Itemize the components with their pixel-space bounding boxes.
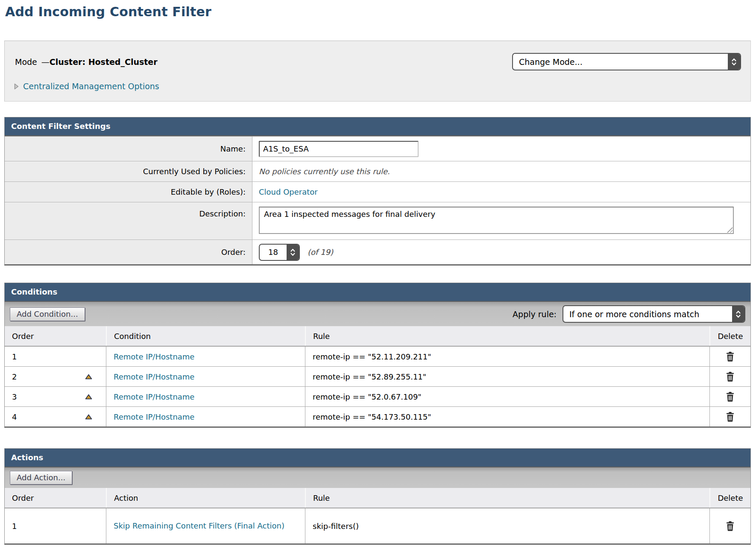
apply-rule-label: Apply rule: — [513, 310, 557, 319]
condition-rule: remote-ip == "52.11.209.211" — [313, 352, 431, 361]
mode-value: Cluster: Hosted_Cluster — [50, 57, 158, 67]
name-input[interactable] — [259, 141, 419, 157]
condition-link[interactable]: Remote IP/Hostname — [114, 352, 194, 361]
editable-by-label: Editable by (Roles): — [5, 182, 252, 202]
condition-order: 1 — [12, 352, 17, 361]
condition-link[interactable]: Remote IP/Hostname — [114, 372, 194, 381]
col-header-delete: Delete — [709, 488, 750, 508]
condition-row: 4 Remote IP/Hostname remote-ip == "54.17… — [5, 406, 750, 426]
settings-row-name: Name: — [5, 136, 750, 161]
condition-order: 2 — [12, 372, 17, 381]
spinner-icon — [728, 54, 740, 70]
col-header-rule: Rule — [305, 326, 709, 346]
action-rule: skip-filters() — [313, 522, 359, 531]
description-label: Description: — [5, 202, 252, 239]
trash-icon[interactable] — [725, 520, 735, 532]
conditions-toolbar: Add Condition... Apply rule: If one or m… — [5, 302, 750, 326]
col-header-condition: Condition — [106, 326, 305, 346]
col-header-order: Order — [5, 326, 106, 346]
add-condition-button[interactable]: Add Condition... — [10, 307, 85, 321]
action-row: 1 Skip Remaining Content Filters (Final … — [5, 508, 750, 543]
spinner-icon — [732, 306, 744, 322]
mode-dash: — — [41, 57, 50, 67]
trash-icon[interactable] — [725, 411, 735, 423]
change-mode-select[interactable]: Change Mode... — [512, 53, 741, 70]
condition-row: 1 Remote IP/Hostname remote-ip == "52.11… — [5, 346, 750, 366]
mode-panel: Mode—Cluster: Hosted_Cluster Change Mode… — [4, 41, 751, 102]
order-total: (of 19) — [308, 248, 333, 257]
action-link[interactable]: Skip Remaining Content Filters (Final Ac… — [114, 521, 284, 531]
used-by-policies-label: Currently Used by Policies: — [5, 161, 252, 181]
actions-header: Actions — [5, 449, 750, 467]
cloud-operator-link[interactable]: Cloud Operator — [259, 187, 318, 196]
actions-column-headers: Order Action Rule Delete — [5, 488, 750, 508]
condition-row: 3 Remote IP/Hostname remote-ip == "52.0.… — [5, 386, 750, 406]
centralized-management-options-link[interactable]: Centralized Management Options — [23, 82, 159, 91]
disclosure-triangle-icon[interactable] — [14, 83, 19, 90]
description-textarea[interactable]: Area 1 inspected messages for final deli… — [259, 207, 734, 234]
condition-order: 4 — [12, 412, 17, 421]
move-up-icon[interactable] — [84, 413, 93, 421]
col-header-rule: Rule — [305, 488, 709, 508]
content-filter-settings-header: Content Filter Settings — [5, 117, 750, 136]
conditions-column-headers: Order Condition Rule Delete — [5, 326, 750, 346]
col-header-order: Order — [5, 488, 106, 508]
change-mode-select-value: Change Mode... — [513, 54, 728, 70]
description-text: Area 1 inspected messages for final deli… — [264, 210, 435, 219]
page: Add Incoming Content Filter Mode—Cluster… — [0, 0, 756, 549]
order-label: Order: — [5, 240, 252, 264]
condition-rule: remote-ip == "54.173.50.115" — [313, 412, 431, 421]
mode-label: Mode — [15, 57, 37, 67]
apply-rule-select[interactable]: If one or more conditions match — [563, 305, 745, 323]
move-up-icon[interactable] — [84, 373, 93, 380]
condition-row: 2 Remote IP/Hostname remote-ip == "52.89… — [5, 366, 750, 386]
resize-grip-icon[interactable] — [726, 226, 733, 233]
spinner-icon — [287, 245, 299, 260]
col-header-action: Action — [106, 488, 305, 508]
apply-rule-select-value: If one or more conditions match — [563, 306, 732, 322]
actions-toolbar: Add Action... — [5, 467, 750, 488]
conditions-table: Conditions Add Condition... Apply rule: … — [4, 283, 751, 428]
condition-rule: remote-ip == "52.89.255.11" — [313, 372, 426, 381]
settings-row-editable-by: Editable by (Roles): Cloud Operator — [5, 181, 750, 202]
trash-icon[interactable] — [725, 391, 735, 403]
order-select[interactable]: 18 — [259, 244, 300, 261]
settings-row-used-by-policies: Currently Used by Policies: No policies … — [5, 161, 750, 181]
content-filter-settings-table: Content Filter Settings Name: Currently … — [4, 117, 751, 266]
used-by-policies-value: No policies currently use this rule. — [259, 167, 390, 176]
actions-table: Actions Add Action... Order Action Rule … — [4, 448, 751, 545]
add-action-button[interactable]: Add Action... — [10, 471, 72, 485]
page-title: Add Incoming Content Filter — [5, 4, 751, 19]
move-up-icon[interactable] — [84, 393, 93, 400]
condition-link[interactable]: Remote IP/Hostname — [114, 392, 194, 401]
mode-text: Mode—Cluster: Hosted_Cluster — [14, 57, 158, 67]
condition-rule: remote-ip == "52.0.67.109" — [313, 392, 422, 401]
trash-icon[interactable] — [725, 351, 735, 362]
trash-icon[interactable] — [725, 371, 735, 383]
condition-order: 3 — [12, 392, 17, 401]
settings-row-order: Order: 18 (of 19) — [5, 239, 750, 264]
order-select-value: 18 — [260, 245, 287, 260]
conditions-header: Conditions — [5, 283, 750, 302]
condition-link[interactable]: Remote IP/Hostname — [114, 412, 194, 421]
name-label: Name: — [5, 137, 252, 161]
col-header-delete: Delete — [709, 326, 750, 346]
action-order: 1 — [12, 522, 17, 531]
settings-row-description: Description: Area 1 inspected messages f… — [5, 202, 750, 239]
